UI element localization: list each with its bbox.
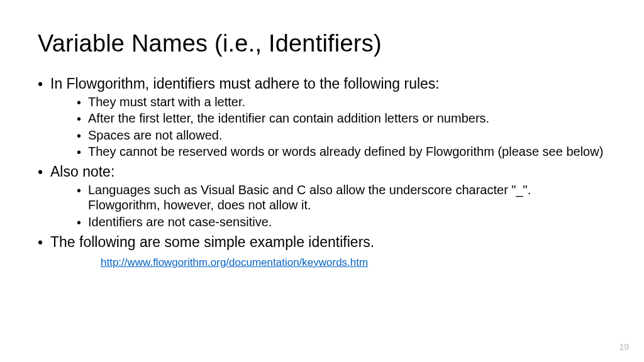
page-number: 19 bbox=[619, 342, 629, 352]
sub-bullet-list: Languages such as Visual Basic and C als… bbox=[50, 182, 606, 229]
sub-bullet-item: Identifiers are not case-sensitive. bbox=[77, 214, 606, 229]
reference-link-row: http://www.flowgorithm.org/documentation… bbox=[38, 256, 606, 269]
sub-bullet-text: They cannot be reserved words or words a… bbox=[88, 145, 603, 158]
sub-bullet-text: After the first letter, the identifier c… bbox=[88, 111, 489, 125]
sub-bullet-item: After the first letter, the identifier c… bbox=[77, 111, 606, 126]
sub-bullet-list: They must start with a letter. After the… bbox=[50, 94, 606, 160]
slide: Variable Names (i.e., Identifiers) In Fl… bbox=[0, 0, 644, 362]
bullet-item: In Flowgorithm, identifiers must adhere … bbox=[38, 75, 606, 159]
bullet-item: The following are some simple example id… bbox=[38, 233, 606, 251]
bullet-text: In Flowgorithm, identifiers must adhere … bbox=[50, 75, 440, 92]
slide-title: Variable Names (i.e., Identifiers) bbox=[38, 30, 606, 57]
sub-bullet-item: They cannot be reserved words or words a… bbox=[77, 144, 606, 159]
sub-bullet-item: Spaces are not allowed. bbox=[77, 128, 606, 143]
bullet-item: Also note: Languages such as Visual Basi… bbox=[38, 163, 606, 229]
sub-bullet-item: Languages such as Visual Basic and C als… bbox=[77, 182, 606, 213]
bullet-text: Also note: bbox=[50, 163, 114, 180]
sub-bullet-item: They must start with a letter. bbox=[77, 94, 606, 109]
sub-bullet-text: Languages such as Visual Basic and C als… bbox=[88, 183, 531, 212]
bullet-list: In Flowgorithm, identifiers must adhere … bbox=[38, 75, 606, 251]
reference-link[interactable]: http://www.flowgorithm.org/documentation… bbox=[101, 256, 368, 268]
sub-bullet-text: Identifiers are not case-sensitive. bbox=[88, 215, 272, 229]
sub-bullet-text: They must start with a letter. bbox=[88, 95, 245, 109]
bullet-text: The following are some simple example id… bbox=[50, 234, 374, 250]
sub-bullet-text: Spaces are not allowed. bbox=[88, 128, 222, 142]
